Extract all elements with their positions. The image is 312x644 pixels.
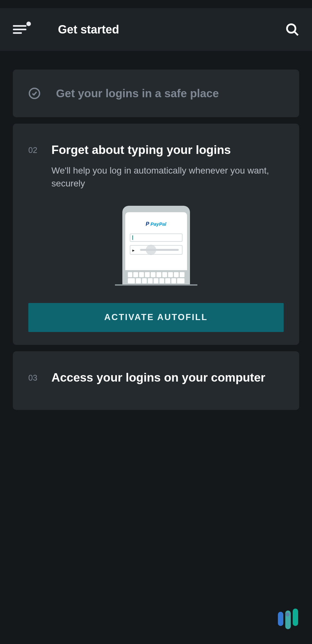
step-active-subtitle: We'll help you log in automatically when… bbox=[52, 164, 284, 190]
step-next-title: Access your logins on your computer bbox=[52, 369, 284, 386]
paypal-brand-text: PayPal bbox=[150, 221, 166, 227]
step-completed-title: Get your logins in a safe place bbox=[56, 87, 219, 100]
step-number: 02 bbox=[28, 146, 37, 155]
check-circle-icon bbox=[28, 87, 41, 99]
step-number: 03 bbox=[28, 373, 37, 383]
autofill-illustration: P PayPal ▸ bbox=[115, 205, 197, 286]
step-card-active: 02 Forget about typing your logins We'll… bbox=[13, 124, 299, 345]
page-title: Get started bbox=[58, 23, 119, 36]
app-logo-icon[interactable] bbox=[275, 601, 301, 626]
step-card-completed[interactable]: Get your logins in a safe place bbox=[13, 70, 299, 117]
paypal-logo-icon: P bbox=[146, 221, 149, 227]
app-header: Get started bbox=[0, 8, 312, 51]
content-area: Get your logins in a safe place 02 Forge… bbox=[0, 51, 312, 435]
status-bar bbox=[0, 0, 312, 8]
menu-icon[interactable] bbox=[13, 22, 29, 38]
step-card-next[interactable]: 03 Access your logins on your computer bbox=[13, 351, 299, 410]
step-active-title: Forget about typing your logins bbox=[52, 142, 284, 158]
svg-line-1 bbox=[295, 32, 298, 35]
activate-autofill-button[interactable]: ACTIVATE AUTOFILL bbox=[28, 303, 284, 332]
search-icon[interactable] bbox=[286, 23, 299, 36]
svg-point-0 bbox=[287, 24, 295, 33]
